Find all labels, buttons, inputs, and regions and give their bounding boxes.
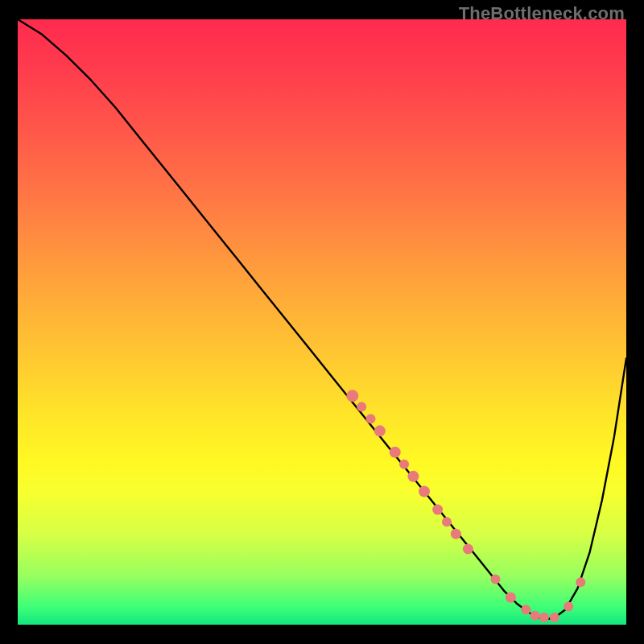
marker-dot: [399, 460, 409, 469]
marker-dots: [346, 390, 585, 622]
marker-dot: [550, 613, 559, 622]
marker-dot: [576, 577, 585, 587]
chart-container: TheBottleneck.com: [0, 0, 644, 644]
marker-dot: [521, 605, 530, 614]
marker-dot: [490, 575, 500, 584]
bottleneck-curve: [18, 19, 626, 618]
marker-dot: [357, 402, 366, 411]
marker-dot: [407, 471, 419, 482]
marker-dot: [346, 390, 358, 402]
marker-dot: [442, 517, 452, 526]
marker-dot: [419, 486, 430, 497]
marker-dot: [539, 613, 549, 622]
watermark-text: TheBottleneck.com: [459, 3, 625, 24]
marker-dot: [564, 601, 573, 611]
marker-dot: [432, 505, 443, 515]
marker-dot: [530, 611, 540, 621]
marker-dot: [463, 544, 473, 555]
marker-dot: [390, 447, 401, 458]
plot-area: [18, 19, 626, 625]
marker-dot: [451, 529, 461, 539]
chart-svg: [18, 19, 626, 625]
marker-dot: [506, 592, 516, 603]
marker-dot: [365, 414, 375, 423]
marker-dot: [374, 425, 386, 436]
